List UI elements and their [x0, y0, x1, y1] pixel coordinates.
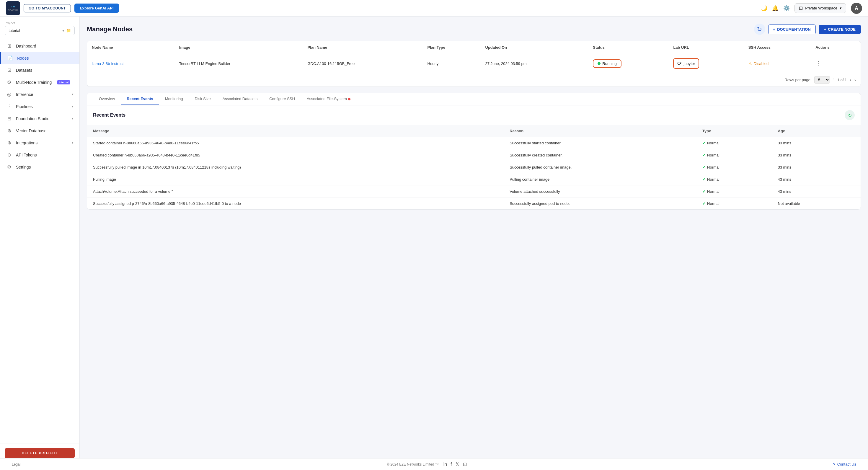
docs-label: DOCUMENTATION — [777, 27, 811, 32]
col-node-name: Node Name — [87, 41, 175, 54]
tab-configure-ssh[interactable]: Configure SSH — [264, 93, 301, 105]
inference-icon: ◎ — [6, 92, 12, 97]
vector-database-icon: ⊛ — [6, 128, 12, 133]
foundation-studio-icon: ⊟ — [6, 116, 12, 121]
dark-mode-button[interactable]: 🌙 — [761, 5, 767, 11]
sidebar-item-label: Integrations — [16, 140, 37, 145]
rows-per-page-select[interactable]: 5 10 25 — [814, 76, 830, 84]
sidebar-item-label: Settings — [16, 165, 31, 169]
refresh-button[interactable]: ↻ — [754, 24, 765, 35]
col-status: Status — [588, 41, 669, 54]
documentation-button[interactable]: ≡ DOCUMENTATION — [768, 25, 816, 34]
docs-icon: ≡ — [773, 27, 776, 32]
events-title: Recent Events — [93, 113, 125, 118]
events-table-row: Created container n-8b660a66-a935-4648-b… — [87, 149, 861, 161]
contact-us-link[interactable]: ? Contact Us — [833, 462, 856, 467]
cell-plan-type: Hourly — [423, 54, 480, 73]
cell-message: Created container n-8b660a66-a935-4648-b… — [87, 149, 504, 161]
tab-associated-filesystem[interactable]: Associated File-System — [301, 93, 356, 105]
ssh-label: Disabled — [754, 61, 769, 66]
next-page-button[interactable]: › — [855, 77, 856, 83]
twitter-icon[interactable]: 𝕏 — [456, 462, 459, 467]
sidebar-item-foundation-studio[interactable]: ⊟ Foundation Studio ▾ — [0, 113, 80, 125]
cell-plan-name: GDC.A100-16.115GB_Free — [303, 54, 423, 73]
footer: Legal © 2024 E2E Networks Limited ™ in f… — [0, 458, 868, 470]
check-icon: ✔ — [702, 201, 706, 206]
cell-type: ✔Normal — [696, 197, 772, 210]
refresh-icon: ↻ — [757, 26, 762, 33]
project-selector: Project tutorial ▾ 📁 — [0, 17, 80, 37]
workspace-selector[interactable]: ⊡ Private Workspace ▾ — [795, 3, 846, 13]
user-avatar[interactable]: A — [851, 3, 862, 14]
cell-reason: Pulling container image. — [504, 173, 696, 185]
sidebar-item-inference[interactable]: ◎ Inference ▾ — [0, 88, 80, 100]
sidebar-item-vector-database[interactable]: ⊛ Vector Database — [0, 125, 80, 137]
sidebar-item-integrations[interactable]: ⊕ Integrations ▾ — [0, 137, 80, 149]
row-actions-button[interactable]: ⋮ — [815, 60, 822, 67]
sidebar-item-dashboard[interactable]: ⊞ Dashboard — [0, 40, 80, 52]
tab-overview[interactable]: Overview — [93, 93, 121, 105]
chevron-right-icon: ▾ — [72, 92, 73, 96]
table-footer: Rows per page: 5 10 25 1–1 of 1 ‹ › — [87, 73, 861, 87]
notifications-button[interactable]: 🔔 — [772, 5, 779, 11]
sidebar-item-nodes[interactable]: 📄 Nodes — [0, 52, 80, 64]
sidebar-item-label: Multi-Node Training — [16, 80, 52, 85]
check-icon: ✔ — [702, 177, 706, 182]
sidebar-item-label: Nodes — [17, 56, 29, 61]
jupyter-button[interactable]: ⟳ jupyter — [673, 58, 699, 69]
sidebar-item-label: Vector Database — [16, 128, 46, 133]
workspace-chevron-icon: ▾ — [840, 6, 842, 10]
tab-monitoring[interactable]: Monitoring — [159, 93, 189, 105]
tab-associated-datasets[interactable]: Associated Datasets — [217, 93, 264, 105]
events-table-row: AttachVolume.Attach succeeded for a volu… — [87, 185, 861, 197]
myaccount-button[interactable]: GO TO MYACCOUNT — [24, 4, 71, 12]
settings-icon: ⚙ — [6, 164, 12, 170]
jupyter-icon: ⟳ — [677, 60, 682, 67]
sidebar-item-datasets[interactable]: ⊡ Datasets — [0, 64, 80, 76]
genai-button[interactable]: Explore GenAI API — [74, 4, 119, 13]
create-node-button[interactable]: + CREATE NODE — [819, 25, 861, 34]
check-icon: ✔ — [702, 140, 706, 145]
col-image: Image — [175, 41, 303, 54]
sidebar-item-api-tokens[interactable]: ⊙ API Tokens — [0, 149, 80, 161]
cell-type: ✔Normal — [696, 173, 772, 185]
prev-page-button[interactable]: ‹ — [850, 77, 851, 83]
tab-disk-size[interactable]: Disk Size — [189, 93, 216, 105]
cell-type: ✔Normal — [696, 149, 772, 161]
topnav: TIR AI PLATFORM GO TO MYACCOUNT Explore … — [0, 0, 868, 17]
col-reason: Reason — [504, 125, 696, 137]
sidebar-item-pipelines[interactable]: ⋮ Pipelines ▾ — [0, 100, 80, 113]
main-content: Manage Nodes ↻ ≡ DOCUMENTATION + CREATE … — [80, 17, 868, 470]
check-icon: ✔ — [702, 189, 706, 194]
svg-text:AI PLATFORM: AI PLATFORM — [8, 9, 18, 11]
linkedin-icon[interactable]: in — [443, 462, 447, 467]
sidebar-item-label: Pipelines — [16, 104, 33, 109]
project-dropdown[interactable]: tutorial ▾ 📁 — [5, 26, 75, 35]
tab-label: Associated File-System — [307, 97, 347, 101]
facebook-icon[interactable]: f — [451, 462, 452, 467]
tabs: Overview Recent Events Monitoring Disk S… — [87, 93, 861, 105]
col-age: Age — [772, 125, 861, 137]
cell-age: 33 mins — [772, 137, 861, 149]
events-refresh-button[interactable]: ↻ — [845, 110, 855, 120]
tab-recent-events[interactable]: Recent Events — [121, 93, 159, 105]
node-name-link[interactable]: llama-3-8b-instruct — [92, 61, 124, 66]
cell-lab-url: ⟳ jupyter — [669, 54, 743, 73]
rss-icon[interactable]: ⊡ — [463, 462, 467, 467]
topnav-right: 🌙 🔔 ⚙️ ⊡ Private Workspace ▾ A — [761, 3, 862, 14]
sidebar-item-multi-node[interactable]: ⚙ Multi-Node Training Internal — [0, 76, 80, 88]
plus-icon: + — [824, 27, 826, 32]
col-actions: Actions — [811, 41, 861, 54]
cell-age: 43 mins — [772, 185, 861, 197]
sidebar-item-settings[interactable]: ⚙ Settings — [0, 161, 80, 173]
delete-project-button[interactable]: DELETE PROJECT — [5, 448, 75, 458]
table-wrap: Node Name Image Plan Name Plan Type Upda… — [87, 41, 861, 73]
cell-actions: ⋮ — [811, 54, 861, 73]
logo-area: TIR AI PLATFORM — [6, 1, 20, 15]
settings-button[interactable]: ⚙️ — [783, 5, 790, 11]
legal-link[interactable]: Legal — [12, 462, 20, 466]
cell-reason: Successfully created container. — [504, 149, 696, 161]
footer-center: © 2024 E2E Networks Limited ™ in f 𝕏 ⊡ — [387, 462, 467, 467]
status-dot-icon — [597, 62, 600, 65]
col-plan-type: Plan Type — [423, 41, 480, 54]
